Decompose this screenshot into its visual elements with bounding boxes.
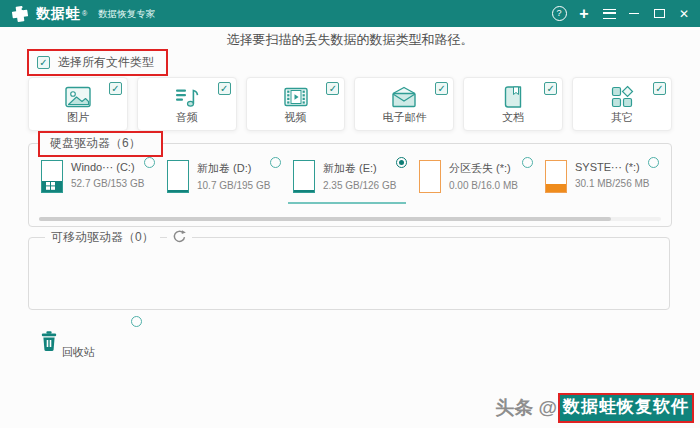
minimize-icon[interactable]	[626, 6, 642, 22]
file-type-label: 视频	[285, 110, 307, 125]
file-type-label: 其它	[611, 110, 633, 125]
drive-usage-fill	[546, 184, 566, 192]
file-type-card[interactable]: ✓ 视频	[246, 77, 346, 131]
app-subtitle: 数据恢复专家	[98, 6, 155, 21]
drive-item[interactable]: Windo⋯ (C:) 52.7 GB/153 GB	[41, 157, 167, 193]
file-type-label: 音频	[176, 110, 198, 125]
page-title: 选择要扫描的丢失数据的数据类型和路径。	[0, 31, 700, 49]
drive-name: 新加卷 (D:)	[197, 161, 270, 176]
drive-icon	[419, 160, 441, 193]
select-all-checkbox[interactable]: ✓	[37, 56, 50, 69]
video-icon	[283, 83, 309, 109]
drive-usage-fill	[294, 190, 314, 192]
drive-item[interactable]: 分区丢失 (*:) 0.00 B/16.0 MB	[419, 157, 545, 193]
file-type-checkbox[interactable]: ✓	[326, 82, 339, 95]
drive-info: 新加卷 (D:) 10.7 GB/195 GB	[197, 157, 270, 193]
drive-capacity: 0.00 B/16.0 MB	[449, 180, 518, 191]
plus-icon[interactable]: +	[576, 6, 592, 22]
drive-icon	[545, 160, 567, 193]
drive-info: 分区丢失 (*:) 0.00 B/16.0 MB	[449, 157, 518, 193]
drive-radio[interactable]	[396, 157, 407, 168]
drive-icon	[41, 160, 63, 193]
drive-info: 新加卷 (E:) 2.35 GB/126 GB	[323, 157, 396, 193]
file-type-card[interactable]: ✓ 音频	[137, 77, 237, 131]
drive-radio[interactable]	[144, 157, 155, 168]
watermark: 头条 @ 数据蛙恢复软件	[495, 393, 694, 423]
drive-item[interactable]: 新加卷 (D:) 10.7 GB/195 GB	[167, 157, 293, 193]
file-type-cards: ✓ 图片 ✓ 音频 ✓ 视频 ✓ 电子邮件 ✓ 文档 ✓ 其它	[28, 77, 672, 131]
other-icon	[610, 83, 634, 109]
drive-icon	[293, 160, 315, 193]
file-type-card[interactable]: ✓ 图片	[28, 77, 128, 131]
drives-scrollbar[interactable]	[39, 217, 661, 221]
trash-icon[interactable]	[40, 330, 58, 356]
drive-info: Windo⋯ (C:) 52.7 GB/153 GB	[71, 157, 144, 193]
close-icon[interactable]: ✕	[676, 6, 692, 22]
drive-usage-fill	[42, 181, 62, 192]
drive-capacity: 10.7 GB/195 GB	[197, 180, 270, 191]
app-title: 数据蛙	[36, 5, 81, 23]
drive-name: Windo⋯ (C:)	[71, 161, 144, 174]
drive-info: SYSTE⋯ (*:) 30.1 MB/256 MB	[575, 157, 649, 193]
removable-drives-legend: 可移动驱动器（0）	[45, 229, 160, 246]
drives-scrollbar-thumb[interactable]	[39, 217, 611, 221]
file-type-card[interactable]: ✓ 电子邮件	[354, 77, 454, 131]
brand-registered-mark: ®	[82, 10, 87, 17]
recycle-bin-radio[interactable]	[131, 316, 142, 327]
drive-capacity: 2.35 GB/126 GB	[323, 180, 396, 191]
drive-name: 分区丢失 (*:)	[449, 161, 518, 176]
file-type-checkbox[interactable]: ✓	[544, 82, 557, 95]
drive-icon	[167, 160, 189, 193]
select-all-label: 选择所有文件类型	[58, 54, 154, 71]
drive-name: SYSTE⋯ (*:)	[575, 161, 649, 174]
drive-capacity: 30.1 MB/256 MB	[575, 178, 649, 189]
file-type-label: 电子邮件	[382, 110, 426, 125]
drive-radio[interactable]	[270, 157, 281, 168]
file-type-card[interactable]: ✓ 其它	[572, 77, 672, 131]
scan-button[interactable]: 数据蛙恢复软件	[558, 393, 694, 423]
select-all-file-types[interactable]: ✓ 选择所有文件类型	[27, 49, 168, 76]
file-type-checkbox[interactable]: ✓	[109, 82, 122, 95]
recycle-bin-label: 回收站	[62, 345, 95, 360]
removable-drives-panel: 可移动驱动器（0）	[28, 237, 670, 310]
drive-capacity: 52.7 GB/153 GB	[71, 178, 144, 189]
file-type-checkbox[interactable]: ✓	[435, 82, 448, 95]
refresh-icon[interactable]	[167, 229, 192, 244]
file-type-checkbox[interactable]: ✓	[653, 82, 666, 95]
help-icon[interactable]: ?	[551, 6, 567, 22]
drive-item[interactable]: SYSTE⋯ (*:) 30.1 MB/256 MB	[545, 157, 671, 193]
drive-radio[interactable]	[522, 157, 533, 168]
hard-drives-legend: 硬盘驱动器（6）	[38, 131, 163, 157]
document-icon	[501, 83, 525, 109]
image-icon	[65, 83, 91, 109]
email-icon	[390, 83, 418, 109]
app-logo-icon	[9, 2, 32, 25]
watermark-prefix: 头条 @	[495, 395, 557, 421]
file-type-checkbox[interactable]: ✓	[218, 82, 231, 95]
maximize-icon[interactable]	[651, 6, 667, 22]
file-type-label: 文档	[502, 110, 524, 125]
audio-icon	[174, 83, 200, 109]
menu-icon[interactable]	[601, 6, 617, 22]
file-type-card[interactable]: ✓ 文档	[463, 77, 563, 131]
drive-name: 新加卷 (E:)	[323, 161, 396, 176]
window-controls: ?+✕	[551, 6, 692, 22]
title-bar: 数据蛙 ® 数据恢复专家 ?+✕	[0, 0, 700, 27]
hard-drives-panel: 硬盘驱动器（6） Windo⋯ (C:) 52.7 GB/153 GB 新加卷 …	[28, 143, 672, 227]
drive-usage-fill	[168, 190, 188, 192]
drive-radio[interactable]	[648, 157, 659, 168]
file-type-label: 图片	[67, 110, 89, 125]
drive-item[interactable]: 新加卷 (E:) 2.35 GB/126 GB	[293, 157, 419, 193]
